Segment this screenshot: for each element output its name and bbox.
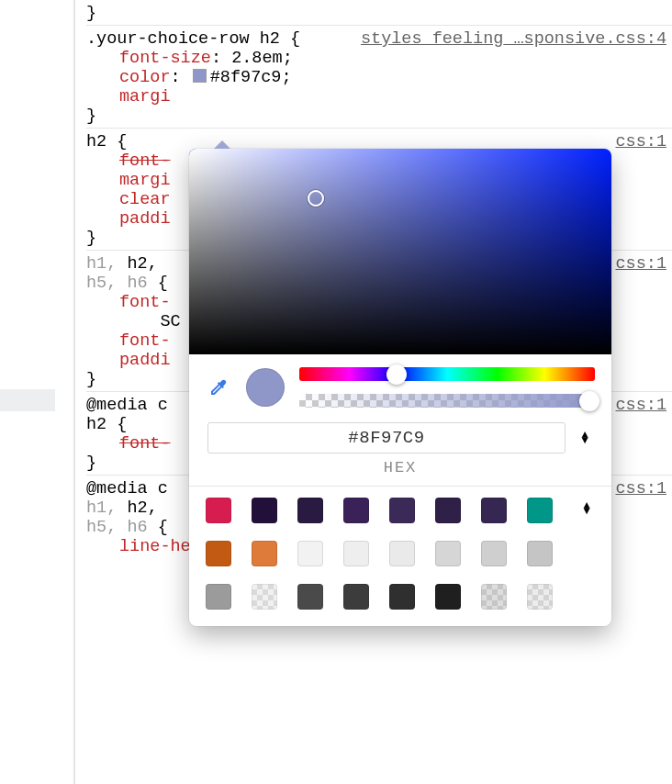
palette-swatch[interactable]	[343, 584, 369, 610]
gutter	[0, 0, 73, 558]
alpha-slider[interactable]	[299, 394, 595, 408]
color-picker-popover: ▲▼ HEX ▲▼	[189, 149, 611, 626]
format-label: HEX	[189, 457, 611, 486]
alpha-slider-thumb[interactable]	[579, 391, 599, 411]
stylesheet-source-link[interactable]: css:1	[615, 132, 666, 151]
palette-swatch[interactable]	[252, 498, 277, 523]
palette-section: ▲▼	[189, 487, 611, 626]
palette-swatch[interactable]	[206, 584, 231, 610]
palette-switch-button[interactable]: ▲▼	[578, 498, 595, 610]
css-declaration[interactable]: font-size: 2.8em;	[86, 49, 672, 68]
palette-swatch[interactable]	[343, 498, 369, 523]
palette-swatch[interactable]	[435, 498, 461, 523]
stylesheet-source-link[interactable]: styles_feeling_…sponsive.css:4	[361, 29, 666, 49]
stylesheet-source-link[interactable]: css:1	[615, 479, 666, 498]
picker-controls-row	[189, 354, 611, 413]
palette-swatch[interactable]	[435, 584, 461, 610]
css-declaration[interactable]: margi	[86, 87, 672, 106]
palette-swatch[interactable]	[297, 584, 323, 610]
eyedropper-icon	[207, 376, 230, 398]
palette-swatch[interactable]	[389, 541, 415, 566]
palette-swatch[interactable]	[206, 541, 231, 566]
palette-swatch[interactable]	[389, 584, 415, 610]
saturation-value-field[interactable]	[189, 149, 611, 354]
hue-slider[interactable]	[299, 367, 595, 381]
palette-swatch[interactable]	[527, 584, 553, 610]
color-swatch-inline[interactable]	[193, 69, 207, 83]
hue-slider-thumb[interactable]	[386, 364, 407, 385]
palette-swatch[interactable]	[481, 584, 507, 610]
sv-cursor[interactable]	[308, 190, 324, 207]
stylesheet-source-link[interactable]: css:1	[615, 254, 666, 274]
color-value-row: ▲▼	[189, 413, 611, 457]
palette-swatch[interactable]	[297, 498, 323, 523]
eyedropper-button[interactable]	[206, 375, 231, 400]
palette-swatch[interactable]	[206, 498, 231, 523]
palette-swatch[interactable]	[435, 541, 461, 566]
current-color-swatch	[246, 368, 285, 407]
palette-swatch[interactable]	[481, 498, 507, 523]
css-rule[interactable]: styles_feeling_…sponsive.css:4.your-choi…	[86, 25, 672, 128]
palette-swatch[interactable]	[527, 541, 553, 566]
css-declaration[interactable]: color: #8f97c9;	[86, 68, 672, 87]
palette-swatch[interactable]	[252, 541, 277, 566]
palette-swatch[interactable]	[252, 584, 277, 610]
gutter-highlight	[0, 389, 55, 411]
palette-swatch[interactable]	[481, 541, 507, 566]
palette-swatch[interactable]	[389, 498, 415, 523]
css-rule[interactable]: }	[86, 0, 672, 25]
palette-grid	[206, 498, 567, 610]
format-switch-button[interactable]: ▲▼	[577, 432, 593, 443]
palette-swatch[interactable]	[343, 541, 369, 566]
hex-input[interactable]	[207, 422, 566, 454]
stylesheet-source-link[interactable]: css:1	[615, 396, 666, 415]
palette-swatch[interactable]	[527, 498, 553, 523]
palette-swatch[interactable]	[297, 541, 323, 566]
